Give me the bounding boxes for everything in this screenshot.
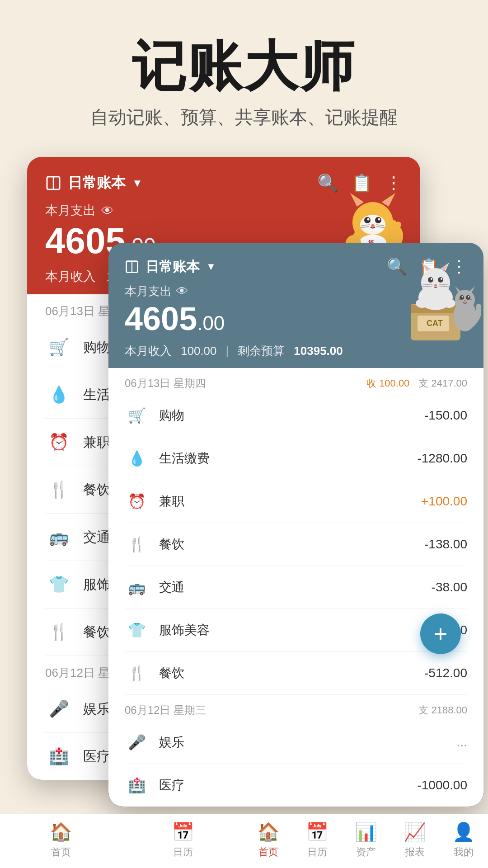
svg-point-22 [395, 222, 401, 228]
svg-point-37 [421, 268, 450, 297]
app-title: 记账大师 [18, 36, 470, 96]
nav-item-assets[interactable]: 📊 资产 [342, 821, 390, 859]
home-icon-right: 🏠 [257, 821, 280, 843]
nav-label-profile: 我的 [454, 845, 474, 859]
nav-label-calendar-right: 日历 [307, 845, 327, 859]
app-subtitle: 自动记账、预算、共享账本、记账提醒 [18, 105, 470, 130]
front-fashion-icon: 👕 [125, 618, 149, 642]
transport-icon: 🚌 [45, 524, 72, 551]
svg-point-64 [468, 296, 469, 297]
svg-point-11 [367, 218, 370, 221]
reports-icon: 📈 [404, 821, 426, 843]
front-transport-icon: 🚌 [125, 575, 149, 599]
shopping-icon: 🛒 [45, 334, 72, 361]
card-front: CAT [108, 243, 483, 807]
card-front-top: CAT [108, 243, 483, 368]
svg-text:CAT: CAT [427, 319, 443, 328]
svg-point-42 [428, 277, 433, 283]
svg-point-9 [364, 217, 371, 223]
nav-item-calendar-left[interactable]: 📅 日历 [122, 821, 244, 859]
front-book-icon [125, 259, 139, 274]
svg-point-65 [464, 300, 466, 302]
svg-point-13 [371, 224, 375, 227]
cat-box-mascot: CAT [386, 245, 481, 345]
dropdown-arrow[interactable]: ▼ [132, 177, 143, 189]
fab-add-button[interactable]: + [420, 613, 461, 654]
parttime-icon: ⏰ [45, 429, 72, 456]
home-icon-left: 🏠 [50, 821, 72, 843]
front-list-item[interactable]: 🍴 餐饮 -138.00 [125, 523, 467, 566]
medical-icon: 🏥 [45, 743, 72, 770]
fashion-icon: 👕 [45, 571, 72, 598]
front-date-header: 06月13日 星期四 收 100.00 支 2417.00 [125, 368, 467, 394]
nav-right: 🏠 首页 📅 日历 📊 资产 📈 报表 👤 我的 [244, 814, 488, 868]
front-date-amounts: 收 100.00 支 2417.00 [366, 377, 467, 390]
svg-point-61 [460, 295, 464, 300]
front-list-item[interactable]: 🚌 交通 -38.00 [125, 566, 467, 609]
nav-item-reports[interactable]: 📈 报表 [390, 821, 439, 859]
svg-point-46 [434, 284, 437, 287]
front-parttime-icon: ⏰ [125, 489, 149, 514]
assets-icon: 📊 [355, 821, 377, 843]
front-list-item[interactable]: 🍴 餐饮 -512.00 [125, 652, 467, 695]
front-list-item[interactable]: 🎤 娱乐 ... [125, 721, 467, 764]
front-surplus-amount: 10395.00 [294, 344, 343, 358]
svg-marker-59 [455, 286, 461, 292]
front-income-label: 本月收入 [125, 343, 172, 359]
svg-point-44 [431, 278, 432, 280]
nav-label-reports: 报表 [405, 845, 425, 859]
nav-item-profile[interactable]: 👤 我的 [439, 821, 488, 859]
profile-icon: 👤 [452, 821, 475, 843]
front-dining-icon: 🍴 [125, 532, 149, 557]
front-list-item[interactable]: 👕 服饰美容 -299.00 [125, 609, 467, 652]
dining-icon: 🍴 [45, 476, 72, 503]
front-list-item[interactable]: 🏥 医疗 -1000.00 [125, 764, 467, 807]
card-front-list: 06月13日 星期四 收 100.00 支 2417.00 🛒 购物 -150.… [108, 368, 483, 807]
calendar-icon-right: 📅 [306, 821, 328, 843]
bottom-nav-container: 🏠 首页 📅 日历 🏠 首页 📅 日历 📊 资产 📈 报表 👤 我的 [0, 814, 488, 868]
front-date-header2: 06月12日 星期三 支 2188.00 [125, 695, 467, 721]
nav-item-calendar-right[interactable]: 📅 日历 [293, 821, 342, 859]
svg-point-63 [462, 296, 463, 297]
svg-marker-60 [469, 286, 475, 292]
svg-point-62 [466, 295, 470, 300]
front-income-amount: 100.00 [181, 344, 217, 358]
eye-icon[interactable]: 👁 [101, 203, 114, 218]
header-section: 记账大师 自动记账、预算、共享账本、记账提醒 [0, 0, 488, 157]
card-front-book-name[interactable]: 日常账本 ▼ [125, 258, 216, 276]
front-eye-icon[interactable]: 👁 [176, 284, 188, 298]
svg-point-43 [438, 277, 443, 283]
svg-point-54 [455, 290, 475, 310]
svg-point-10 [375, 217, 381, 223]
svg-point-45 [441, 278, 442, 280]
front-list-item[interactable]: ⏰ 兼职 +100.00 [125, 480, 467, 523]
dining2-icon: 🍴 [45, 618, 72, 646]
front-shopping-icon: 🛒 [125, 403, 149, 428]
front-list-item[interactable]: 🛒 购物 -150.00 [125, 394, 467, 437]
nav-item-home-right[interactable]: 🏠 首页 [244, 821, 293, 859]
front-medical-icon: 🏥 [125, 773, 149, 797]
nav-label-home-right: 首页 [258, 845, 278, 859]
calendar-icon-left: 📅 [172, 821, 194, 843]
front-dropdown-arrow[interactable]: ▼ [206, 261, 216, 273]
nav-left: 🏠 首页 📅 日历 [0, 814, 244, 868]
book-icon [45, 175, 61, 191]
svg-point-51 [416, 299, 428, 308]
nav-item-home-left[interactable]: 🏠 首页 [0, 821, 122, 859]
front-surplus-label: 剩余预算 [238, 343, 285, 359]
front-date-amounts2: 支 2188.00 [418, 703, 467, 717]
card-back-book-name[interactable]: 日常账本 ▼ [45, 173, 143, 193]
svg-point-12 [378, 218, 380, 221]
cards-container: 日常账本 ▼ 🔍 📋 ⋮ [0, 157, 488, 776]
front-entertainment-icon: 🎤 [125, 730, 149, 755]
utilities-icon: 💧 [45, 381, 72, 408]
nav-label-home-left: 首页 [51, 845, 71, 859]
nav-label-assets: 资产 [356, 845, 376, 859]
nav-label-calendar-left: 日历 [173, 845, 193, 859]
front-utilities-icon: 💧 [125, 446, 149, 471]
front-list-item[interactable]: 💧 生活缴费 -1280.00 [125, 437, 467, 480]
svg-point-52 [443, 299, 455, 308]
entertainment-icon: 🎤 [45, 695, 72, 722]
front-dining2-icon: 🍴 [125, 661, 149, 685]
